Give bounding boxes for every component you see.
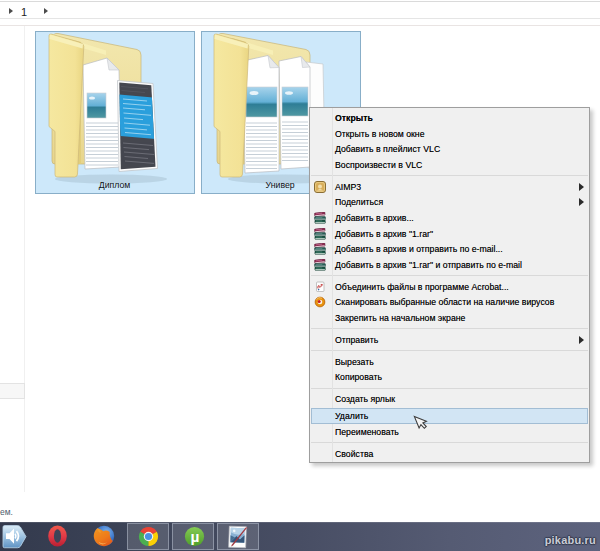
- svg-text:µ: µ: [191, 528, 200, 545]
